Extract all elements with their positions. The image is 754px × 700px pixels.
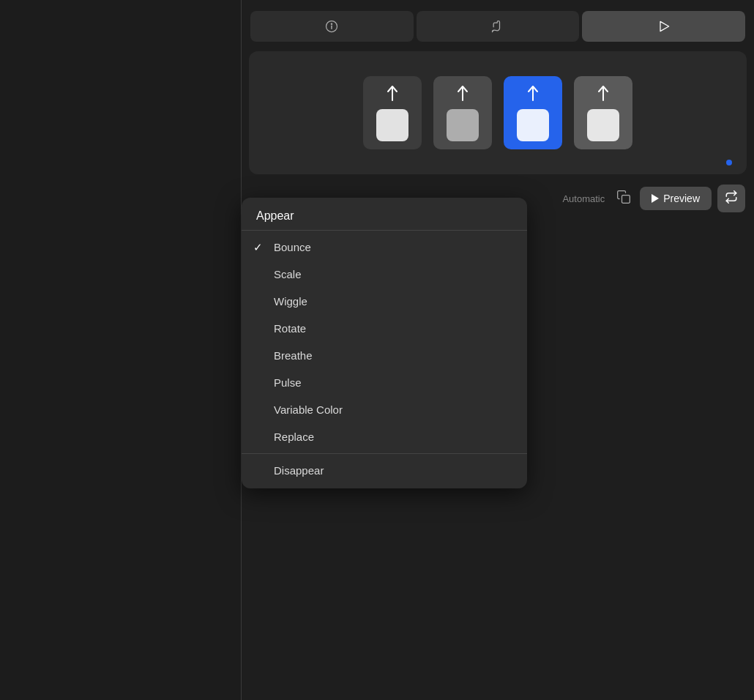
automatic-label: Automatic	[562, 193, 605, 204]
preview-play-icon	[652, 194, 659, 203]
tab-animate[interactable]	[582, 11, 745, 42]
anim-card-4[interactable]	[574, 76, 632, 149]
dropdown-item-rotate[interactable]: Rotate	[242, 315, 527, 342]
card-arrow-4	[594, 84, 612, 105]
tab-style[interactable]	[417, 11, 580, 42]
card-arrow-3	[524, 84, 542, 105]
animation-cards-container	[249, 51, 747, 174]
dropdown-item-breathe-label: Breathe	[274, 349, 313, 362]
dropdown-item-disappear[interactable]: Disappear	[242, 457, 527, 484]
play-icon	[657, 19, 671, 34]
card-inner-1	[376, 109, 408, 141]
paintbrush-icon	[490, 19, 505, 34]
card-arrow-2	[454, 84, 471, 105]
dropdown-header: Appear	[242, 202, 527, 231]
repeat-button[interactable]	[717, 185, 745, 212]
selection-dot	[726, 160, 732, 165]
anim-card-3[interactable]	[504, 76, 562, 149]
dropdown-item-pulse-label: Pulse	[274, 376, 302, 389]
dropdown-item-scale[interactable]: Scale	[242, 261, 527, 288]
anim-card-1[interactable]	[363, 76, 422, 149]
svg-rect-8	[622, 195, 630, 203]
dropdown-item-wiggle[interactable]: Wiggle	[242, 288, 527, 315]
card-inner-2	[447, 109, 479, 141]
dropdown-item-scale-label: Scale	[274, 268, 302, 280]
copy-icon	[616, 190, 631, 204]
card-inner-4	[587, 109, 619, 141]
dropdown-item-pulse[interactable]: Pulse	[242, 369, 527, 396]
right-panel: Automatic Preview Appear Bounce	[242, 0, 754, 700]
dropdown-item-replace-label: Replace	[274, 431, 314, 443]
toolbar-tabs	[242, 0, 754, 47]
card-arrow-1	[384, 84, 401, 105]
anim-card-2[interactable]	[433, 76, 492, 149]
preview-label: Preview	[663, 193, 700, 204]
tab-info[interactable]	[250, 11, 414, 42]
dropdown-item-bounce[interactable]: Bounce	[242, 234, 527, 261]
dropdown-separator	[242, 453, 527, 454]
preview-button[interactable]: Preview	[640, 187, 712, 210]
card-inner-3	[517, 109, 549, 141]
dropdown-menu: Appear Bounce Scale Wiggle Rotate Breath…	[242, 198, 527, 488]
dropdown-item-bounce-label: Bounce	[274, 241, 311, 253]
dropdown-item-variable-color[interactable]: Variable Color	[242, 396, 527, 423]
dropdown-item-wiggle-label: Wiggle	[274, 295, 307, 308]
dropdown-item-replace[interactable]: Replace	[242, 423, 527, 450]
dropdown-item-breathe[interactable]: Breathe	[242, 342, 527, 369]
svg-marker-3	[660, 21, 669, 31]
repeat-icon	[725, 190, 738, 204]
dropdown-item-rotate-label: Rotate	[274, 322, 306, 335]
dropdown-item-disappear-label: Disappear	[274, 464, 324, 477]
copy-button[interactable]	[613, 187, 634, 211]
info-icon	[324, 19, 339, 34]
dropdown-item-variable-color-label: Variable Color	[274, 403, 343, 416]
sidebar	[0, 0, 242, 700]
svg-point-2	[332, 23, 332, 24]
